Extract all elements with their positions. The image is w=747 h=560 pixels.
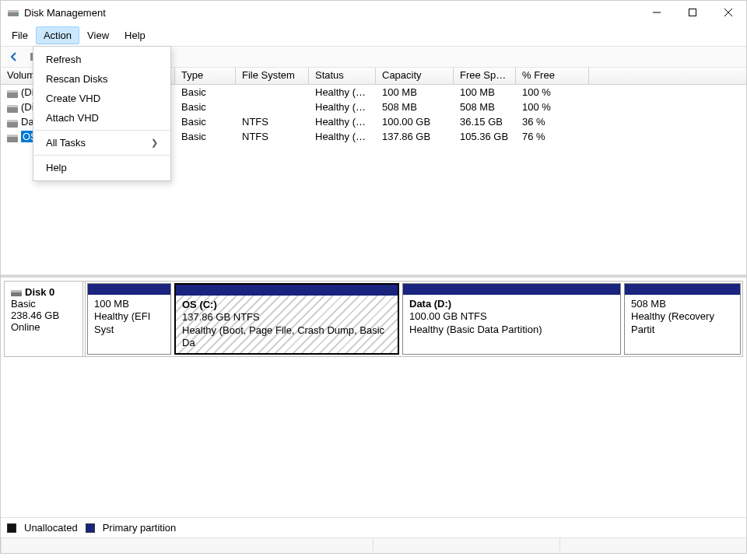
volume-free: 508 MB (454, 101, 516, 113)
menu-help[interactable]: Help (117, 26, 153, 44)
partition[interactable]: OS (C:) 137.86 GB NTFS Healthy (Boot, Pa… (174, 283, 399, 355)
legend-label-unallocated: Unallocated (24, 522, 78, 534)
partition-stripe (176, 285, 398, 296)
app-icon (7, 6, 19, 19)
partition-line1: 100.00 GB NTFS (409, 310, 614, 323)
volume-type: Basic (175, 86, 236, 98)
status-bar (1, 537, 746, 553)
partition-line1: 137.86 GB NTFS (182, 311, 391, 324)
volume-fs: NTFS (236, 116, 309, 128)
volume-type: Basic (175, 131, 236, 142)
volume-status: Healthy (B... (309, 116, 376, 128)
disk-size: 238.46 GB (11, 310, 76, 321)
disk-row: Disk 0 Basic 238.46 GB Online 100 MB Hea… (4, 281, 743, 357)
svg-rect-10 (7, 90, 18, 93)
menu-separator (34, 155, 170, 156)
maximize-button[interactable] (675, 1, 710, 24)
partition-line1: 508 MB (631, 298, 734, 310)
chevron-right-icon: ❯ (151, 138, 158, 148)
volume-pct: 100 % (516, 101, 589, 113)
col-status[interactable]: Status (309, 68, 376, 84)
svg-rect-16 (7, 135, 18, 137)
volume-cap: 100.00 GB (376, 116, 454, 128)
menu-bar: File Action View Help (1, 24, 746, 46)
volume-free: 36.15 GB (454, 116, 516, 128)
volume-free: 105.36 GB (454, 131, 516, 142)
menu-view[interactable]: View (79, 26, 117, 44)
volume-status: Healthy (E... (309, 86, 376, 98)
legend-swatch-unallocated (7, 523, 16, 533)
partition-line2: Healthy (Recovery Partit (631, 310, 734, 336)
col-type[interactable]: Type (175, 68, 236, 84)
partition-line2: Healthy (Basic Data Partition) (409, 324, 614, 336)
svg-rect-1 (8, 10, 19, 12)
col-free-space[interactable]: Free Spa... (454, 68, 516, 84)
menu-attach-vhd[interactable]: Attach VHD (33, 108, 170, 128)
close-button[interactable] (710, 1, 746, 24)
svg-rect-12 (7, 105, 18, 107)
partition-line1: 100 MB (94, 298, 164, 310)
partition-title: Data (D:) (409, 298, 451, 310)
partition-title: OS (C:) (182, 299, 217, 310)
volume-cap: 100 MB (376, 86, 454, 98)
volume-type: Basic (175, 101, 236, 113)
legend-label-primary: Primary partition (103, 522, 177, 534)
title-bar: Disk Management (1, 1, 746, 24)
col-capacity[interactable]: Capacity (376, 68, 454, 84)
col-file-system[interactable]: File System (236, 68, 309, 84)
legend: Unallocated Primary partition (1, 517, 746, 537)
partition-line2: Healthy (Boot, Page File, Crash Dump, Ba… (182, 324, 391, 350)
partition[interactable]: 100 MB Healthy (EFI Syst (87, 283, 171, 355)
svg-rect-4 (689, 9, 696, 16)
volume-icon (7, 118, 18, 126)
partition-line2: Healthy (EFI Syst (94, 310, 164, 336)
legend-swatch-primary (86, 523, 95, 533)
window-title: Disk Management (24, 7, 639, 19)
disk-name: Disk 0 (25, 286, 54, 298)
disk-state: Online (11, 321, 76, 333)
partition[interactable]: Data (D:) 100.00 GB NTFS Healthy (Basic … (402, 283, 621, 355)
partition[interactable]: 508 MB Healthy (Recovery Partit (624, 283, 741, 355)
volume-status: Healthy (B... (309, 131, 376, 142)
partition-stripe (625, 284, 740, 295)
volume-icon (7, 89, 18, 96)
volume-pct: 76 % (516, 131, 589, 142)
menu-file[interactable]: File (4, 26, 36, 44)
menu-rescan-disks[interactable]: Rescan Disks (33, 69, 170, 89)
volume-fs: NTFS (236, 131, 309, 142)
partition-stripe (403, 284, 620, 295)
col-percent-free[interactable]: % Free (516, 68, 589, 84)
volume-free: 100 MB (454, 86, 516, 98)
back-button[interactable] (5, 48, 23, 65)
disk-info[interactable]: Disk 0 Basic 238.46 GB Online (5, 282, 86, 356)
volume-pct: 100 % (516, 86, 589, 98)
volume-pct: 36 % (516, 116, 589, 128)
menu-all-tasks[interactable]: All Tasks ❯ (33, 133, 170, 152)
menu-action[interactable]: Action (36, 26, 79, 44)
menu-separator (34, 130, 170, 131)
volume-cap: 137.86 GB (376, 131, 454, 142)
svg-rect-14 (7, 120, 18, 122)
svg-rect-18 (11, 290, 22, 292)
volume-type: Basic (175, 116, 236, 128)
volume-status: Healthy (R... (309, 101, 376, 113)
partition-stripe (88, 284, 170, 295)
action-menu-dropdown: Refresh Rescan Disks Create VHD Attach V… (33, 46, 171, 181)
disk-type: Basic (11, 298, 76, 310)
svg-point-2 (16, 14, 18, 16)
volume-cap: 508 MB (376, 101, 454, 113)
menu-create-vhd[interactable]: Create VHD (33, 89, 170, 108)
volume-icon (7, 103, 18, 111)
menu-refresh[interactable]: Refresh (33, 50, 170, 69)
minimize-button[interactable] (639, 1, 675, 24)
disk-graphical-view: Disk 0 Basic 238.46 GB Online 100 MB Hea… (1, 278, 746, 517)
menu-help-item[interactable]: Help (33, 158, 170, 177)
volume-icon (7, 133, 18, 141)
disk-icon (11, 288, 22, 297)
